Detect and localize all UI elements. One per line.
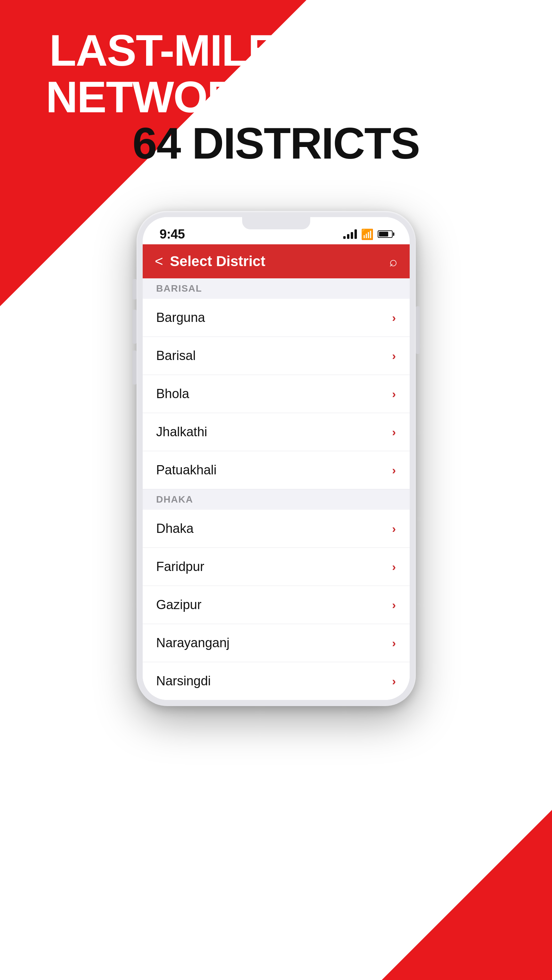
list-item[interactable]: Patuakhali › — [143, 451, 410, 489]
chevron-right-icon: › — [392, 636, 396, 649]
signal-icon — [343, 229, 357, 239]
volume-down-button — [132, 310, 137, 344]
chevron-right-icon: › — [392, 675, 396, 688]
phone-notch — [242, 217, 310, 229]
district-name: Narsingdi — [156, 674, 211, 688]
power-button — [416, 306, 420, 354]
chevron-right-icon: › — [392, 560, 396, 573]
district-name: Gazipur — [156, 598, 202, 612]
phone-screen: 9:45 📶 < Select District — [143, 217, 410, 700]
phone-outer-shell: 9:45 📶 < Select District — [137, 211, 416, 706]
chevron-right-icon: › — [392, 311, 396, 324]
list-item[interactable]: Jhalkathi › — [143, 413, 410, 451]
hero-line1: LAST-MILE DELIVERY — [14, 27, 538, 74]
app-header: < Select District ⌕ — [143, 244, 410, 278]
volume-up-button — [132, 279, 137, 299]
list-item[interactable]: Narsingdi › — [143, 662, 410, 700]
chevron-right-icon: › — [392, 463, 396, 477]
silent-switch — [132, 350, 137, 385]
search-icon[interactable]: ⌕ — [389, 254, 397, 269]
chevron-right-icon: › — [392, 522, 396, 535]
hero-section: LAST-MILE DELIVERY NETWORK SPANNING 64 D… — [0, 27, 552, 167]
header-title: Select District — [170, 253, 382, 269]
district-name: Jhalkathi — [156, 425, 207, 439]
chevron-right-icon: › — [392, 387, 396, 401]
hero-line2: NETWORK SPANNING — [14, 74, 538, 121]
section-header-barisal: BARISAL — [143, 278, 410, 299]
hero-line3: 64 DISTRICTS — [14, 120, 538, 167]
wifi-icon: 📶 — [361, 228, 373, 240]
district-name: Bhola — [156, 387, 189, 401]
chevron-right-icon: › — [392, 349, 396, 363]
list-item[interactable]: Dhaka › — [143, 510, 410, 548]
district-list: BARISAL Barguna › Barisal › Bhola › Jhal… — [143, 278, 410, 700]
list-item[interactable]: Faridpur › — [143, 548, 410, 586]
district-name: Barisal — [156, 348, 196, 363]
chevron-right-icon: › — [392, 425, 396, 439]
status-time: 9:45 — [160, 227, 185, 242]
chevron-right-icon: › — [392, 598, 396, 611]
district-name: Narayanganj — [156, 636, 230, 650]
red-triangle-bottom — [382, 810, 552, 980]
list-item[interactable]: Barisal › — [143, 337, 410, 375]
section-header-dhaka: DHAKA — [143, 489, 410, 510]
district-name: Barguna — [156, 310, 205, 325]
phone-mockup: 9:45 📶 < Select District — [137, 211, 416, 706]
district-name: Faridpur — [156, 559, 205, 574]
section-label-dhaka: DHAKA — [156, 494, 193, 504]
status-icons: 📶 — [343, 228, 392, 240]
back-button[interactable]: < — [155, 253, 163, 269]
battery-icon — [378, 231, 392, 238]
section-label-barisal: BARISAL — [156, 283, 202, 294]
district-name: Dhaka — [156, 521, 194, 536]
district-name: Patuakhali — [156, 463, 217, 477]
list-item[interactable]: Gazipur › — [143, 586, 410, 624]
list-item[interactable]: Barguna › — [143, 299, 410, 337]
list-item[interactable]: Bhola › — [143, 375, 410, 413]
list-item[interactable]: Narayanganj › — [143, 624, 410, 662]
